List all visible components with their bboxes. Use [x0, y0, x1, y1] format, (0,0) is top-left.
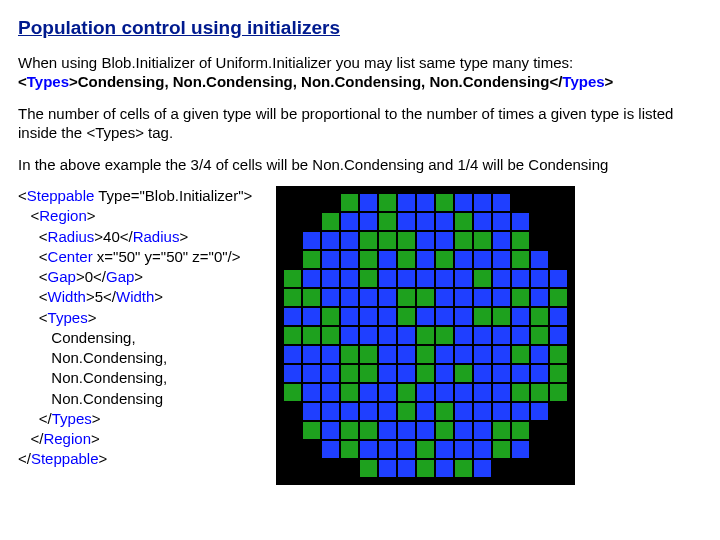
sim-cell — [303, 251, 320, 268]
sim-cell — [360, 384, 377, 401]
types-close-tag: Types — [562, 73, 604, 90]
sim-cell — [436, 251, 453, 268]
sim-cell — [417, 346, 434, 363]
sim-cell — [493, 441, 510, 458]
sim-cell — [474, 232, 491, 249]
sim-cell — [379, 251, 396, 268]
sim-cell — [322, 422, 339, 439]
sim-cell — [341, 308, 358, 325]
sim-cell — [341, 213, 358, 230]
sim-cell — [417, 232, 434, 249]
sim-cell — [398, 422, 415, 439]
sim-cell — [436, 213, 453, 230]
sim-cell — [512, 213, 529, 230]
sim-cell — [379, 403, 396, 420]
sim-cell — [474, 422, 491, 439]
sim-cell — [531, 289, 548, 306]
sim-cell — [512, 308, 529, 325]
sim-cell — [379, 308, 396, 325]
sim-cell — [512, 232, 529, 249]
page-title: Population control using initializers — [18, 16, 702, 41]
sim-cell — [512, 251, 529, 268]
sim-cell — [360, 213, 377, 230]
sim-cell — [360, 308, 377, 325]
sim-cell — [436, 346, 453, 363]
sim-cell — [303, 441, 320, 458]
sim-cell — [531, 403, 548, 420]
intro-line1: When using Blob.Initializer of Uniform.I… — [18, 54, 573, 71]
sim-cell — [474, 327, 491, 344]
sim-cell — [417, 194, 434, 211]
sim-cell — [284, 384, 301, 401]
types-example-line: <Types>Condensing, Non.Condensing, Non.C… — [18, 73, 613, 90]
sim-cell — [360, 270, 377, 287]
sim-cell — [341, 441, 358, 458]
sim-cell — [417, 270, 434, 287]
sim-cell — [417, 441, 434, 458]
sim-cell — [436, 441, 453, 458]
sim-cell — [341, 194, 358, 211]
sim-cell — [512, 422, 529, 439]
sim-cell — [436, 403, 453, 420]
sim-cell — [322, 251, 339, 268]
sim-cell — [303, 308, 320, 325]
sim-cell — [322, 365, 339, 382]
sim-cell — [322, 346, 339, 363]
content-row: <Steppable Type="Blob.Initializer"> <Reg… — [18, 186, 702, 485]
sim-cell — [531, 308, 548, 325]
sim-cell — [531, 232, 548, 249]
sim-cell — [550, 327, 567, 344]
sim-cell — [550, 308, 567, 325]
sim-cell — [550, 232, 567, 249]
sim-cell — [493, 346, 510, 363]
sim-cell — [398, 346, 415, 363]
sim-cell — [303, 194, 320, 211]
sim-cell — [512, 327, 529, 344]
sim-cell — [322, 441, 339, 458]
sim-cell — [512, 384, 529, 401]
sim-cell — [398, 194, 415, 211]
sim-cell — [360, 346, 377, 363]
sim-cell — [550, 270, 567, 287]
sim-cell — [455, 365, 472, 382]
sim-cell — [303, 365, 320, 382]
sim-cell — [360, 251, 377, 268]
sim-cell — [398, 232, 415, 249]
sim-cell — [550, 346, 567, 363]
sim-cell — [341, 327, 358, 344]
sim-cell — [284, 441, 301, 458]
xml-code-block: <Steppable Type="Blob.Initializer"> <Reg… — [18, 186, 252, 470]
sim-cell — [474, 194, 491, 211]
sim-cell — [531, 213, 548, 230]
sim-cell — [455, 441, 472, 458]
sim-cell — [493, 384, 510, 401]
sim-cell — [512, 194, 529, 211]
sim-cell — [303, 346, 320, 363]
sim-cell — [531, 460, 548, 477]
sim-cell — [417, 422, 434, 439]
sim-cell — [341, 289, 358, 306]
angle-open-slash: </ — [549, 73, 562, 90]
sim-cell — [417, 289, 434, 306]
sim-cell — [398, 289, 415, 306]
sim-cell — [379, 460, 396, 477]
sim-cell — [398, 270, 415, 287]
sim-cell — [303, 213, 320, 230]
sim-cell — [474, 460, 491, 477]
sim-cell — [417, 403, 434, 420]
sim-cell — [360, 422, 377, 439]
simulation-image — [276, 186, 575, 485]
sim-cell — [474, 403, 491, 420]
sim-cell — [398, 460, 415, 477]
sim-cell — [436, 194, 453, 211]
sim-cell — [512, 346, 529, 363]
sim-cell — [322, 232, 339, 249]
sim-cell — [284, 251, 301, 268]
sim-cell — [322, 213, 339, 230]
sim-cell — [493, 403, 510, 420]
sim-cell — [493, 308, 510, 325]
sim-cell — [341, 422, 358, 439]
sim-cell — [398, 251, 415, 268]
sim-cell — [284, 327, 301, 344]
sim-cell — [398, 213, 415, 230]
